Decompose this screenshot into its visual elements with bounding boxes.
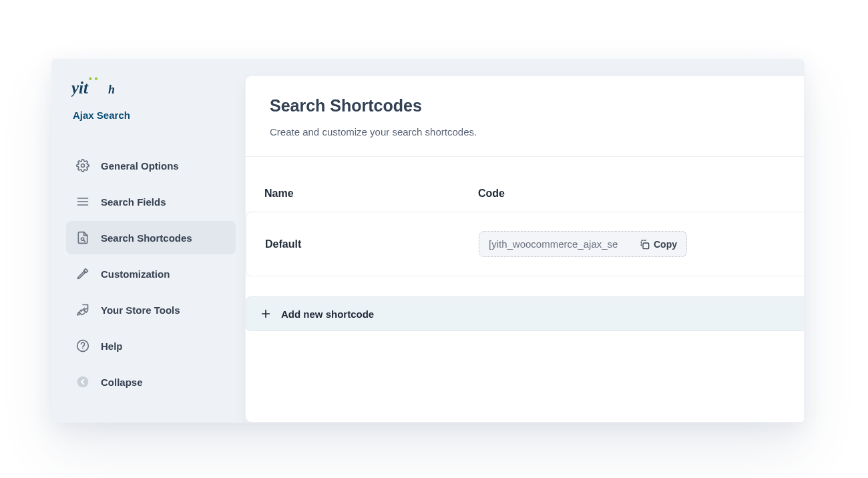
add-new-shortcode-button[interactable]: Add new shortcode: [246, 296, 804, 331]
table-row: Default Copy: [246, 212, 804, 276]
add-button-label: Add new shortcode: [281, 308, 374, 320]
plus-icon: [260, 308, 272, 320]
copy-icon: [639, 239, 650, 250]
svg-point-12: [77, 377, 89, 388]
sidebar-item-search-fields[interactable]: Search Fields: [66, 185, 236, 218]
file-search-icon: [75, 230, 90, 245]
collapse-left-icon: [75, 375, 90, 389]
page-subtitle: Create and customize your search shortco…: [270, 126, 780, 138]
svg-line-9: [83, 240, 85, 242]
sidebar-item-label: Your Store Tools: [101, 304, 180, 316]
sidebar: yit h Ajax Search General Options Search: [51, 59, 245, 423]
sidebar-item-label: Help: [101, 340, 123, 352]
sidebar-item-label: Search Shortcodes: [101, 232, 192, 244]
column-header-code: Code: [478, 188, 785, 200]
svg-text:yit: yit: [71, 79, 89, 97]
copy-button-label: Copy: [654, 239, 677, 250]
svg-point-4: [81, 164, 85, 168]
svg-rect-13: [643, 243, 649, 249]
row-name-cell: Default: [265, 238, 479, 250]
help-icon: [75, 338, 90, 353]
sidebar-nav: General Options Search Fields Search Sho…: [66, 149, 236, 399]
panel-header: Search Shortcodes Create and customize y…: [246, 76, 804, 157]
sidebar-item-search-shortcodes[interactable]: Search Shortcodes: [66, 221, 236, 254]
row-code-cell: Copy: [479, 231, 785, 257]
app-frame: yit h Ajax Search General Options Search: [51, 59, 805, 423]
content-panel: Search Shortcodes Create and customize y…: [245, 75, 805, 423]
main-area: Search Shortcodes Create and customize y…: [245, 59, 805, 423]
sidebar-item-label: General Options: [101, 160, 179, 172]
sidebar-item-label: Collapse: [101, 377, 143, 388]
sidebar-item-label: Search Fields: [101, 196, 166, 208]
table-header-row: Name Code: [246, 176, 804, 212]
sidebar-item-store-tools[interactable]: Your Store Tools: [66, 293, 236, 326]
svg-text:h: h: [108, 83, 115, 96]
brand-subtitle: Ajax Search: [71, 109, 236, 121]
eyedropper-icon: [75, 266, 90, 281]
sidebar-item-customization[interactable]: Customization: [66, 257, 236, 290]
sidebar-item-label: Customization: [101, 268, 170, 280]
list-icon: [75, 194, 90, 209]
sidebar-item-help[interactable]: Help: [66, 329, 236, 363]
svg-point-1: [95, 77, 97, 80]
panel-body: Name Code Default: [246, 157, 804, 351]
gear-icon: [75, 158, 90, 173]
sidebar-item-collapse[interactable]: Collapse: [66, 365, 236, 399]
column-header-name: Name: [264, 188, 478, 200]
yith-logo: yit h: [71, 75, 129, 103]
svg-point-0: [89, 77, 91, 80]
shortcode-input[interactable]: [489, 238, 632, 250]
shortcode-box: Copy: [479, 231, 687, 257]
copy-button[interactable]: Copy: [639, 239, 677, 250]
rocket-icon: [75, 302, 90, 317]
page-title: Search Shortcodes: [270, 96, 780, 115]
sidebar-item-general-options[interactable]: General Options: [66, 149, 236, 182]
brand-block: yit h Ajax Search: [66, 75, 236, 121]
